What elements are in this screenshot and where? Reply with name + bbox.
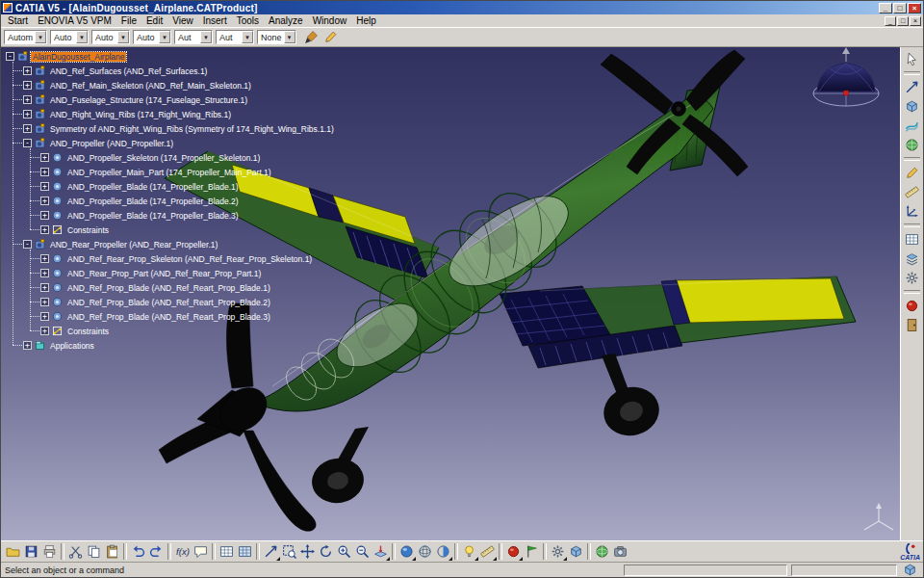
chevron-down-icon[interactable]: ▼ (159, 31, 170, 43)
wireframe-icon[interactable] (416, 542, 434, 561)
open-icon[interactable] (4, 542, 22, 561)
tree-item[interactable]: -AND_Propeller (AND_Propeller.1) (3, 136, 335, 150)
close-button[interactable]: × (908, 3, 921, 13)
zoom-in-icon[interactable] (335, 542, 353, 561)
menu-start[interactable]: Start (3, 15, 33, 26)
options-gear-icon[interactable] (549, 542, 567, 561)
menu-edit[interactable]: Edit (141, 15, 167, 26)
product-cube-icon[interactable] (567, 542, 585, 561)
maximize-button[interactable]: □ (893, 3, 907, 13)
expand-toggle[interactable]: + (40, 168, 49, 176)
view-compass[interactable] (813, 47, 879, 106)
menu-help[interactable]: Help (351, 15, 381, 26)
tree-item-label[interactable]: Symmetry of AND_Right_Wing_Ribs (Symmetr… (48, 124, 336, 134)
tree-item[interactable]: -AlainDugousset_Airplane (3, 49, 335, 64)
mdi-restore-button[interactable]: □ (897, 16, 909, 26)
tree-item[interactable]: +AND_Ref_Prop_Blade (AND_Ref_Reart_Prop_… (3, 280, 335, 295)
copy-icon[interactable] (85, 542, 103, 561)
tree-item[interactable]: +Constraints (3, 223, 335, 237)
fit-all-icon[interactable] (280, 542, 298, 561)
mdi-close-button[interactable]: × (910, 16, 921, 26)
tree-item[interactable]: +AND_Rear_Prop_Part (AND_Ref_Rear_Prop_P… (3, 266, 335, 280)
pan-icon[interactable] (298, 542, 317, 561)
measure-tool-icon[interactable] (903, 183, 921, 201)
tree-item[interactable]: +AND_Ref_Prop_Blade (AND_Ref_Reart_Prop_… (3, 309, 335, 324)
tree-item[interactable]: +AND_Ref_Rear_Prop_Skeleton (AND_Ref_Rea… (3, 251, 335, 266)
tree-item-label[interactable]: AND_Ref_Prop_Blade (AND_Ref_Reart_Prop_B… (65, 298, 272, 307)
tree-item[interactable]: +AND_Propeller_Skeleton (174_Propeller_S… (3, 150, 335, 165)
tree-item[interactable]: +AND_Fuselage_Structure (174_Fuselage_St… (3, 92, 335, 107)
auto-3-combo[interactable]: Auto▼ (133, 30, 171, 44)
title-bar[interactable]: CATIA V5 - [AlainDugousset_Airplane.CATP… (1, 1, 923, 14)
3d-viewport[interactable]: -AlainDugousset_Airplane+AND_Ref_Surface… (1, 47, 900, 540)
redo-icon[interactable] (147, 542, 166, 561)
tree-item[interactable]: +Symmetry of AND_Right_Wing_Ribs (Symmet… (3, 121, 335, 136)
menu-view[interactable]: View (167, 15, 198, 26)
expand-toggle[interactable]: + (40, 182, 49, 191)
tree-item[interactable]: +Constraints (3, 324, 335, 338)
tree-item-label[interactable]: AND_Ref_Rear_Prop_Skeleton (AND_Ref_Rear… (65, 254, 314, 264)
world-icon[interactable] (593, 542, 611, 561)
chevron-down-icon[interactable]: ▼ (242, 31, 253, 43)
tree-item[interactable]: +AND_Propeller_Blade (174_Propeller_Blad… (3, 194, 335, 208)
tree-item-label[interactable]: AND_Ref_Prop_Blade (AND_Ref_Reart_Prop_B… (65, 312, 272, 322)
tree-item-label[interactable]: AND_Ref_Surfaces (AND_Ref_Surfaces.1) (48, 66, 209, 76)
aut-2-combo[interactable]: Aut▼ (216, 30, 254, 44)
expand-toggle[interactable]: + (23, 66, 32, 75)
render-style-icon[interactable] (434, 542, 452, 561)
expand-toggle[interactable]: + (40, 312, 49, 321)
hide-show-icon[interactable] (460, 542, 478, 561)
tree-item-label[interactable]: AND_Propeller_Blade (174_Propeller_Blade… (65, 211, 241, 221)
tree-item[interactable]: +AND_Ref_Main_Skeleton (AND_Ref_Main_Ske… (3, 78, 335, 92)
print-icon[interactable] (40, 542, 59, 561)
material-icon[interactable] (504, 542, 523, 561)
settings-gear-icon[interactable] (903, 269, 921, 287)
expand-toggle[interactable]: + (40, 298, 49, 306)
paste-icon[interactable] (103, 542, 121, 561)
auto-2-combo[interactable]: Auto▼ (91, 30, 130, 44)
expand-toggle[interactable]: + (40, 254, 49, 263)
normal-view-icon[interactable] (372, 542, 390, 561)
tree-item-label[interactable]: AND_Rear_Prop_Part (AND_Ref_Rear_Prop_Pa… (65, 269, 263, 278)
camera-icon[interactable] (611, 542, 629, 561)
expand-toggle[interactable]: + (23, 81, 32, 90)
expand-toggle[interactable]: + (40, 197, 49, 205)
cut-icon[interactable] (66, 542, 85, 561)
tree-item[interactable]: +AND_Ref_Surfaces (AND_Ref_Surfaces.1) (3, 64, 335, 78)
tree-item-label[interactable]: Applications (48, 341, 96, 351)
axis-system-icon[interactable] (903, 202, 921, 221)
sketcher-icon[interactable] (903, 164, 921, 182)
expand-toggle[interactable]: + (23, 95, 32, 104)
tree-item[interactable]: +AND_Propeller_Main_Part (174_Propeller_… (3, 165, 335, 179)
rotate-icon[interactable] (317, 542, 335, 561)
expand-toggle[interactable]: + (40, 153, 49, 162)
chevron-down-icon[interactable]: ▼ (200, 31, 212, 43)
tree-item[interactable]: +AND_Propeller_Blade (174_Propeller_Blad… (3, 208, 335, 223)
fly-mode-icon[interactable] (262, 542, 280, 561)
expand-toggle[interactable]: + (40, 269, 49, 277)
save-icon[interactable] (22, 542, 40, 561)
menu-tools[interactable]: Tools (232, 15, 264, 26)
expand-toggle[interactable]: + (23, 110, 32, 118)
subtoolbar-arrow-icon[interactable] (493, 557, 497, 561)
chevron-down-icon[interactable]: ▼ (117, 31, 129, 43)
tree-item-label[interactable]: AND_Propeller_Skeleton (174_Propeller_Sk… (65, 153, 262, 163)
exit-workbench-icon[interactable] (903, 316, 921, 334)
chevron-down-icon[interactable]: ▼ (35, 31, 46, 43)
undo-icon[interactable] (129, 542, 147, 561)
subtoolbar-arrow-icon[interactable] (386, 557, 390, 561)
tree-item[interactable]: +Applications (3, 338, 335, 353)
dmu-world-icon[interactable] (903, 136, 921, 154)
tree-item[interactable]: -AND_Rear_Propeller (AND_Rear_Propeller.… (3, 237, 335, 251)
tree-item-label[interactable]: AND_Fuselage_Structure (174_Fuselage_Str… (48, 95, 249, 105)
tree-item-label[interactable]: AND_Ref_Main_Skeleton (AND_Ref_Main_Skel… (48, 81, 253, 91)
tree-item[interactable]: +AND_Ref_Prop_Blade (AND_Ref_Reart_Prop_… (3, 295, 335, 309)
knowledge-fx-icon[interactable]: f(x) (173, 542, 192, 561)
part-workbench-icon[interactable] (903, 97, 921, 116)
flag-note-icon[interactable] (523, 542, 541, 561)
menu-window[interactable]: Window (308, 15, 352, 26)
chevron-down-icon[interactable]: ▼ (284, 31, 295, 43)
aut-1-combo[interactable]: Aut▼ (174, 30, 213, 44)
point-symbol-combo[interactable]: None▼ (257, 30, 296, 44)
tree-item-label[interactable]: AND_Propeller (AND_Propeller.1) (48, 139, 175, 148)
